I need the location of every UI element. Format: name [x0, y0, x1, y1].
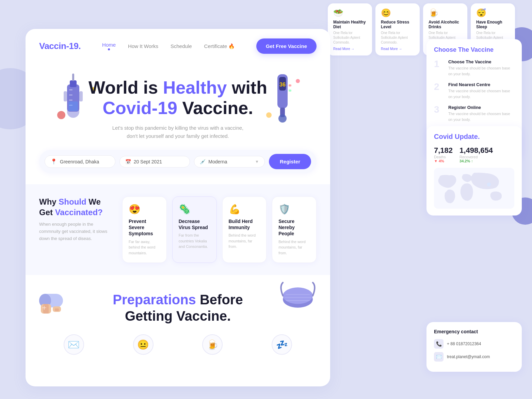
why-card-title-0: Prevent Severe Symptoms	[129, 218, 160, 237]
prep-icons-row: ✉️ 😐 🍺 💤	[26, 324, 330, 355]
hero-vaccine: Vaccine.	[177, 98, 253, 118]
step-3-num: 3	[434, 105, 444, 114]
emergency-title: Emergency contact	[434, 329, 514, 334]
tip-card-stress-link[interactable]: Read More →	[381, 47, 414, 51]
how-step-3: 3 Register Online The vaccine should be …	[434, 105, 514, 122]
tip-card-diet-desc: One Rela tor Sollicitudin Aptent Commodo…	[333, 31, 367, 45]
vaccine-value: Moderna	[208, 159, 227, 164]
emergency-panel: Emergency contact 📞 + 88 01872012364 ✉️ …	[426, 322, 522, 372]
why-left: Why Should We Get Vaccinated? When enoug…	[39, 196, 114, 263]
emergency-phone: 📞 + 88 01872012364	[434, 339, 514, 349]
svg-rect-29	[44, 306, 45, 310]
hero-title-part2: with	[227, 78, 267, 97]
update-title-part1: Covid	[434, 133, 453, 140]
nav-links: Home How It Works Schedule Certificate 🔥	[102, 42, 235, 50]
how-step-2: 2 Find Nearest Centre The vaccine should…	[434, 82, 514, 99]
why-card-icon-2: 💪	[229, 204, 260, 215]
date-value: 20 Sept 2021	[134, 159, 162, 164]
prep-title: Preparations Before Getting Vaccine.	[39, 291, 317, 324]
deaths-label: Deaths	[434, 155, 453, 159]
stress-icon: 😊	[381, 8, 414, 18]
drink-icon-circle: 🍺	[202, 334, 223, 355]
how-panel-title: Choose The Vaccine	[434, 46, 514, 54]
prep-title-highlight: Preparations	[113, 292, 196, 307]
logo-text: Vaccin-19	[39, 41, 78, 51]
sleep-icon-circle: 💤	[272, 334, 292, 355]
logo: Vaccin-19.	[39, 41, 81, 51]
step-3-desc: The vaccine should be choosen base on yo…	[448, 111, 514, 122]
dropdown-chevron-icon: ▼	[255, 159, 259, 164]
nav-home[interactable]: Home	[102, 42, 116, 50]
deaths-change: ▼ 4%	[434, 159, 453, 163]
location-value: Greenroad, Dhaka	[60, 159, 99, 164]
right-panel: 🥗 Maintain Healthy Diet One Rela tor Sol…	[307, 0, 532, 399]
why-subtitle: When enough people in the commnuity get …	[39, 221, 114, 242]
email-icon-circle: ✉️	[64, 334, 84, 355]
mask-illustration	[279, 278, 317, 316]
svg-point-31	[283, 287, 313, 304]
step-2-content: Find Nearest Centre The vaccine should b…	[448, 82, 514, 99]
tip-card-stress-desc: One Rela tor Sollicitudin Aptent Commodo…	[381, 31, 414, 45]
svg-rect-27	[55, 308, 59, 311]
why-title-highlight1: Should	[59, 197, 86, 206]
why-card-1: 🦠 Decrease Virus Spread Far from the cou…	[172, 196, 217, 263]
diet-icon: 🥗	[333, 8, 367, 18]
main-card: Vaccin-19. Home How It Works Schedule Ce…	[26, 29, 330, 386]
why-card-desc-2: Behind the word mountains, far from.	[229, 233, 260, 250]
face-icon-circle: 😐	[133, 334, 154, 355]
search-register-bar: 📍 Greenroad, Dhaka 📅 20 Sept 2021 💉 Mode…	[39, 150, 317, 173]
tip-card-stress: 😊 Reduce Stress Level One Rela tor Solli…	[375, 3, 420, 55]
why-grid: Why Should We Get Vaccinated? When enoug…	[39, 196, 317, 263]
date-field[interactable]: 📅 20 Sept 2021	[119, 156, 190, 167]
why-card-2: 💪 Build Herd Immunity Behind the word mo…	[222, 196, 267, 263]
why-card-3: 🛡️ Secure Nereby People Behind the word …	[272, 196, 317, 263]
tip-card-alcohol-title: Avoid Alcoholic Drinks	[429, 20, 462, 29]
register-button[interactable]: Register	[269, 154, 311, 169]
why-title: Why Should We Get Vaccinated?	[39, 196, 107, 218]
why-card-icon-0: 😍	[129, 204, 160, 215]
step-2-title: Find Nearest Centre	[448, 82, 514, 87]
tip-card-stress-title: Reduce Stress Level	[381, 20, 414, 29]
step-1-content: Choose The Vaccine The vaccine should be…	[448, 59, 514, 77]
prep-title-part2: Before	[196, 292, 243, 307]
hero-covid: Covid-19	[102, 98, 177, 118]
logo-dot: .	[78, 41, 81, 51]
step-1-num: 1	[434, 59, 444, 69]
why-card-desc-0: Far far away, behind the word mountains.	[129, 239, 160, 256]
location-field[interactable]: 📍 Greenroad, Dhaka	[45, 155, 115, 168]
prep-section: Preparations Before Getting Vaccine.	[26, 275, 330, 324]
nav-how-it-works[interactable]: How It Works	[128, 43, 158, 49]
prep-icon-sleep: 💤	[272, 334, 292, 355]
hero-title-part1: World is	[88, 78, 163, 97]
hero-title-line2: Covid-19 Vaccine.	[39, 98, 317, 118]
why-card-title-1: Decrease Virus Spread	[179, 218, 210, 230]
nav-schedule[interactable]: Schedule	[171, 43, 192, 49]
emergency-email-text: treat.planet@ymail.com	[447, 354, 490, 359]
vaccine-field[interactable]: 💉 Moderna ▼	[194, 156, 265, 167]
hero-section: World is Healthy with Covid-19 Vaccine. …	[26, 54, 330, 139]
tip-card-diet-link[interactable]: Read More →	[333, 47, 367, 51]
why-card-0: 😍 Prevent Severe Symptoms Far far away, …	[122, 196, 167, 263]
prep-icon-drink: 🍺	[202, 334, 223, 355]
syringe-icon: 💉	[200, 159, 206, 164]
get-vaccine-button[interactable]: Get Free Vaccine	[256, 38, 317, 54]
step-2-num: 2	[434, 82, 444, 92]
why-card-desc-1: Far from the countries Vokalia and Conso…	[179, 233, 210, 250]
why-title-highlight2: Vaccinated?	[55, 208, 103, 217]
deaths-num: 7,182	[434, 146, 453, 155]
recovered-num: 1,498,654	[460, 146, 493, 155]
how-title-highlight: Vaccine	[471, 46, 494, 53]
calendar-icon: 📅	[125, 159, 131, 164]
update-title-highlight: Update.	[453, 133, 480, 140]
pill-illustration	[36, 285, 66, 321]
step-1-title: Choose The Vaccine	[448, 59, 514, 64]
step-2-desc: The vaccine should be choosen base on yo…	[448, 88, 514, 99]
step-3-content: Register Online The vaccine should be ch…	[448, 105, 514, 122]
why-title-part1: Why	[39, 197, 59, 206]
how-step-1: 1 Choose The Vaccine The vaccine should …	[434, 59, 514, 77]
why-card-title-2: Build Herd Immunity	[229, 218, 260, 230]
hero-subtitle: Let's stop this pandemic by killing the …	[110, 124, 246, 140]
nav-certificate[interactable]: Certificate 🔥	[204, 43, 235, 49]
update-stat-deaths: 7,182 Deaths ▼ 4%	[434, 146, 453, 163]
tip-card-diet: 🥗 Maintain Healthy Diet One Rela tor Sol…	[328, 3, 372, 55]
